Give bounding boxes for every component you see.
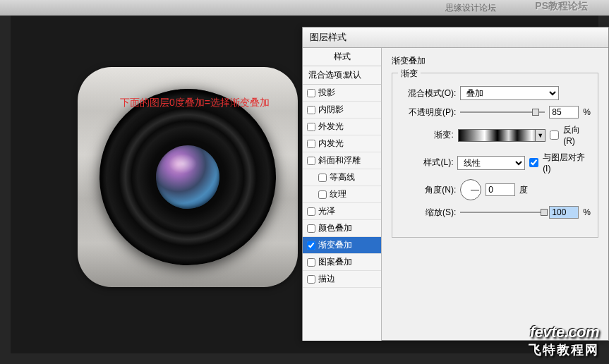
style-checkbox-1[interactable] bbox=[307, 106, 315, 114]
opacity-slider[interactable] bbox=[460, 107, 545, 118]
style-item-7[interactable]: 光泽 bbox=[303, 203, 381, 220]
style-label-4: 斜面和浮雕 bbox=[318, 154, 361, 166]
style-label-1: 内阴影 bbox=[318, 104, 344, 116]
style-list-panel: 样式 混合选项:默认 投影内阴影外发光内发光斜面和浮雕等高线纹理光泽颜色叠加渐变… bbox=[303, 48, 382, 341]
style-item-11[interactable]: 描边 bbox=[303, 271, 381, 288]
style-item-9[interactable]: 渐变叠加 bbox=[303, 237, 381, 254]
gradient-fieldset: 渐变 混合模式(O): 叠加 不透明度(P): % bbox=[392, 73, 598, 238]
layer-style-dialog: 图层样式 样式 混合选项:默认 投影内阴影外发光内发光斜面和浮雕等高线纹理光泽颜… bbox=[302, 27, 609, 341]
style-item-8[interactable]: 颜色叠加 bbox=[303, 220, 381, 237]
style-checkbox-10[interactable] bbox=[307, 258, 315, 267]
style-item-2[interactable]: 外发光 bbox=[303, 119, 381, 135]
style-label-11: 描边 bbox=[318, 273, 335, 285]
style-label-10: 图案叠加 bbox=[318, 256, 352, 268]
style-item-1[interactable]: 内阴影 bbox=[303, 102, 381, 119]
forum-label-2: PS教程论坛 bbox=[535, 0, 588, 13]
align-label: 与图层对齐(I) bbox=[543, 152, 591, 174]
style-checkbox-11[interactable] bbox=[307, 275, 315, 284]
red-annotation-text: 下面的图层0度叠加=选择渐变叠加 bbox=[120, 97, 270, 109]
style-label: 样式(L): bbox=[399, 157, 453, 169]
dialog-body: 样式 混合选项:默认 投影内阴影外发光内发光斜面和浮雕等高线纹理光泽颜色叠加渐变… bbox=[303, 48, 608, 341]
style-label-9: 渐变叠加 bbox=[318, 239, 352, 251]
app-top-bar: 思缘设计论坛 PS教程论坛 bbox=[0, 0, 609, 16]
lens-highlight bbox=[169, 154, 197, 174]
opacity-input[interactable] bbox=[549, 106, 579, 119]
settings-panel-title: 渐变叠加 bbox=[392, 55, 598, 67]
style-label-8: 颜色叠加 bbox=[318, 222, 352, 234]
forum-label-1: 思缘设计论坛 bbox=[445, 2, 496, 14]
style-checkbox-2[interactable] bbox=[307, 123, 315, 131]
style-item-5[interactable]: 等高线 bbox=[303, 169, 381, 186]
style-checkbox-9[interactable] bbox=[307, 241, 315, 250]
blending-options-default[interactable]: 混合选项:默认 bbox=[303, 66, 381, 85]
scale-unit: % bbox=[583, 207, 591, 217]
style-checkbox-0[interactable] bbox=[307, 89, 315, 97]
lens-glass bbox=[156, 145, 219, 209]
watermark-url: fevte.com bbox=[529, 323, 599, 341]
style-checkbox-6[interactable] bbox=[318, 190, 327, 199]
align-checkbox[interactable] bbox=[529, 158, 538, 167]
blend-mode-select[interactable]: 叠加 bbox=[460, 86, 559, 100]
scale-slider[interactable] bbox=[460, 207, 545, 218]
dialog-title-bar[interactable]: 图层样式 bbox=[303, 28, 608, 48]
blend-mode-label: 混合模式(O): bbox=[399, 87, 456, 99]
style-list-header[interactable]: 样式 bbox=[303, 48, 381, 66]
scale-input[interactable] bbox=[549, 206, 579, 219]
angle-label: 角度(N): bbox=[399, 184, 456, 196]
fieldset-legend: 渐变 bbox=[398, 68, 421, 80]
angle-unit: 度 bbox=[519, 184, 528, 196]
style-item-10[interactable]: 图案叠加 bbox=[303, 254, 381, 271]
style-checkbox-7[interactable] bbox=[307, 207, 315, 216]
gradient-preview[interactable]: ▼ bbox=[458, 129, 545, 142]
watermark: fevte.com 飞特教程网 bbox=[529, 323, 599, 358]
style-select[interactable]: 线性 bbox=[457, 156, 525, 170]
style-label-3: 内发光 bbox=[318, 138, 344, 150]
gradient-dropdown-arrow[interactable]: ▼ bbox=[535, 130, 545, 141]
style-label-6: 纹理 bbox=[330, 188, 346, 200]
style-label-5: 等高线 bbox=[330, 171, 355, 183]
angle-dial[interactable] bbox=[460, 179, 481, 200]
style-item-3[interactable]: 内发光 bbox=[303, 135, 381, 152]
style-checkbox-8[interactable] bbox=[307, 224, 315, 233]
scale-label: 缩放(S): bbox=[399, 207, 456, 219]
opacity-unit: % bbox=[583, 107, 591, 117]
reverse-label: 反向(R) bbox=[563, 124, 591, 146]
style-checkbox-5[interactable] bbox=[318, 174, 327, 182]
settings-panel: 渐变叠加 渐变 混合模式(O): 叠加 不透明度(P): bbox=[382, 48, 608, 341]
style-checkbox-3[interactable] bbox=[307, 140, 315, 148]
lens-outer-ring bbox=[100, 89, 276, 265]
style-label-7: 光泽 bbox=[318, 205, 335, 217]
style-label-2: 外发光 bbox=[318, 121, 344, 133]
opacity-label: 不透明度(P): bbox=[399, 107, 456, 119]
style-item-4[interactable]: 斜面和浮雕 bbox=[303, 152, 381, 169]
reverse-checkbox[interactable] bbox=[550, 131, 559, 140]
style-checkbox-4[interactable] bbox=[307, 157, 315, 165]
angle-input[interactable] bbox=[486, 183, 515, 196]
style-item-0[interactable]: 投影 bbox=[303, 85, 381, 102]
style-item-6[interactable]: 纹理 bbox=[303, 186, 381, 203]
watermark-subtitle: 飞特教程网 bbox=[529, 341, 599, 358]
style-label-0: 投影 bbox=[318, 87, 335, 99]
gradient-label: 渐变: bbox=[399, 129, 453, 141]
